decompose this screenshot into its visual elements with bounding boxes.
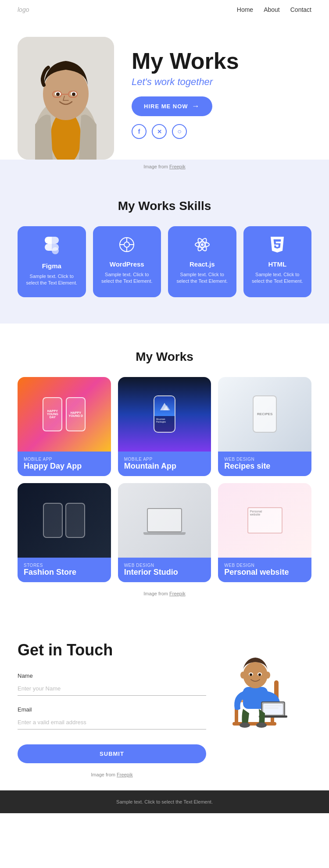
work-name: Happy Day App	[24, 462, 105, 471]
instagram-icon[interactable]: ○	[172, 124, 187, 139]
work-overlay-recipes: WEB DESIGN Recipes site	[218, 452, 311, 476]
work-name: Mountain App	[124, 462, 205, 471]
skill-html: HTML Sample text. Click to select the Te…	[243, 226, 312, 297]
work-overlay-fashion: STORES Fashion Store	[18, 558, 111, 582]
skills-section: My Works Skills Figma Sample text. Click…	[0, 177, 329, 324]
work-category: MOBILE APP	[24, 457, 105, 462]
nav-about[interactable]: About	[264, 6, 280, 13]
hire-button[interactable]: HIRE ME NOW →	[132, 96, 212, 116]
svg-point-38	[258, 673, 261, 676]
hero-section: My Works Let's work together HIRE ME NOW…	[0, 19, 329, 160]
figma-label: Figma	[25, 262, 79, 270]
hero-bottom-strip: Image from Freepik	[0, 160, 329, 177]
work-name: Fashion Store	[24, 568, 105, 577]
svg-point-37	[250, 673, 252, 676]
freepik-link[interactable]: Freepik	[169, 164, 186, 169]
freepik-contact-link[interactable]: Freepik	[117, 772, 133, 777]
contact-form: Get in Touch Name Email SUBMIT Image fro…	[18, 641, 206, 777]
work-overlay-interior: WEB DESIGN Interior Studio	[118, 558, 211, 582]
wordpress-icon	[100, 237, 154, 256]
figma-desc: Sample text. Click to select the Text El…	[25, 273, 79, 287]
name-field-group: Name	[18, 672, 206, 696]
work-category: WEB DESIGN	[124, 563, 205, 568]
work-card-personal[interactable]: Personalwebsite WEB DESIGN Personal webs…	[218, 483, 311, 582]
work-card-mountain[interactable]: MountainPackages MOBILE APP Mountain App	[118, 377, 211, 476]
email-input[interactable]	[18, 715, 206, 729]
html-desc: Sample text. Click to select the Text El…	[250, 271, 305, 285]
svg-point-22	[201, 243, 204, 246]
svg-point-32	[243, 662, 268, 688]
svg-rect-28	[232, 722, 276, 726]
figma-icon	[25, 237, 79, 258]
work-category: WEB DESIGN	[224, 457, 305, 462]
hero-photo	[18, 37, 114, 160]
work-card-recipes[interactable]: RECIPES WEB DESIGN Recipes site	[218, 377, 311, 476]
work-category: WEB DESIGN	[224, 563, 305, 568]
work-overlay-personal: WEB DESIGN Personal website	[218, 558, 311, 582]
submit-button[interactable]: SUBMIT	[18, 744, 206, 763]
works-section: My Works HAPPYYOUNGDAY HAPPYYOUNG D M	[0, 324, 329, 615]
works-title: My Works	[18, 350, 311, 364]
html-label: HTML	[250, 260, 305, 268]
hero-content: My Works Let's work together HIRE ME NOW…	[132, 49, 311, 148]
hero-subtitle: Let's work together	[132, 76, 311, 88]
svg-point-34	[265, 672, 270, 679]
work-card-fashion[interactable]: STORES Fashion Store	[18, 483, 111, 582]
work-overlay-happy-day: MOBILE APP Happy Day App	[18, 452, 111, 476]
arrow-icon: →	[192, 102, 200, 111]
svg-rect-42	[263, 704, 283, 715]
contact-image-credit: Image from Freepik	[18, 772, 206, 777]
skill-figma: Figma Sample text. Click to select the T…	[18, 226, 86, 297]
reactjs-desc: Sample text. Click to select the Text El…	[175, 271, 229, 285]
skills-title: My Works Skills	[18, 199, 311, 213]
work-category: MOBILE APP	[124, 457, 205, 462]
footer-text: Sample text. Click to select the Text El…	[18, 799, 311, 804]
skill-reactjs: React.js Sample text. Click to select th…	[168, 226, 236, 297]
skills-grid: Figma Sample text. Click to select the T…	[18, 226, 311, 297]
contact-illustration	[224, 641, 311, 737]
reactjs-label: React.js	[175, 260, 229, 268]
navbar: logo Home About Contact	[0, 0, 329, 19]
work-card-interior[interactable]: WEB DESIGN Interior Studio	[118, 483, 211, 582]
nav-links: Home About Contact	[237, 6, 311, 13]
work-name: Interior Studio	[124, 568, 205, 577]
svg-point-46	[256, 722, 267, 728]
work-overlay-mountain: MOBILE APP Mountain App	[118, 452, 211, 476]
works-grid: HAPPYYOUNGDAY HAPPYYOUNG D MOBILE APP Ha…	[18, 377, 311, 582]
wordpress-desc: Sample text. Click to select the Text El…	[100, 271, 154, 285]
facebook-icon[interactable]: f	[132, 124, 147, 139]
social-icons: f ✕ ○	[132, 124, 311, 139]
html-icon	[250, 237, 305, 256]
svg-point-33	[240, 672, 246, 679]
nav-contact[interactable]: Contact	[290, 6, 311, 13]
work-card-happy-day[interactable]: HAPPYYOUNGDAY HAPPYYOUNG D MOBILE APP Ha…	[18, 377, 111, 476]
email-field-group: Email	[18, 706, 206, 729]
work-name: Recipes site	[224, 462, 305, 471]
hero-image-credit: Image from Freepik	[18, 164, 311, 169]
freepik-works-link[interactable]: Freepik	[169, 591, 186, 596]
svg-point-12	[52, 247, 59, 254]
wordpress-label: WordPress	[100, 260, 154, 268]
works-image-credit: Image from Freepik	[18, 589, 311, 597]
name-input[interactable]	[18, 682, 206, 696]
footer: Sample text. Click to select the Text El…	[0, 790, 329, 813]
twitter-icon[interactable]: ✕	[152, 124, 167, 139]
svg-point-8	[72, 92, 75, 96]
hero-title: My Works	[132, 49, 311, 74]
contact-title: Get in Touch	[18, 641, 206, 659]
react-icon	[175, 237, 229, 256]
name-label: Name	[18, 672, 206, 679]
skill-wordpress: WordPress Sample text. Click to select t…	[93, 226, 161, 297]
email-label: Email	[18, 706, 206, 713]
svg-point-14	[124, 242, 129, 247]
nav-home[interactable]: Home	[237, 6, 253, 13]
svg-point-7	[56, 92, 60, 96]
work-name: Personal website	[224, 568, 305, 577]
svg-point-45	[240, 722, 250, 728]
contact-section: Get in Touch Name Email SUBMIT Image fro…	[0, 615, 329, 790]
work-category: STORES	[24, 563, 105, 568]
logo: logo	[18, 6, 29, 13]
